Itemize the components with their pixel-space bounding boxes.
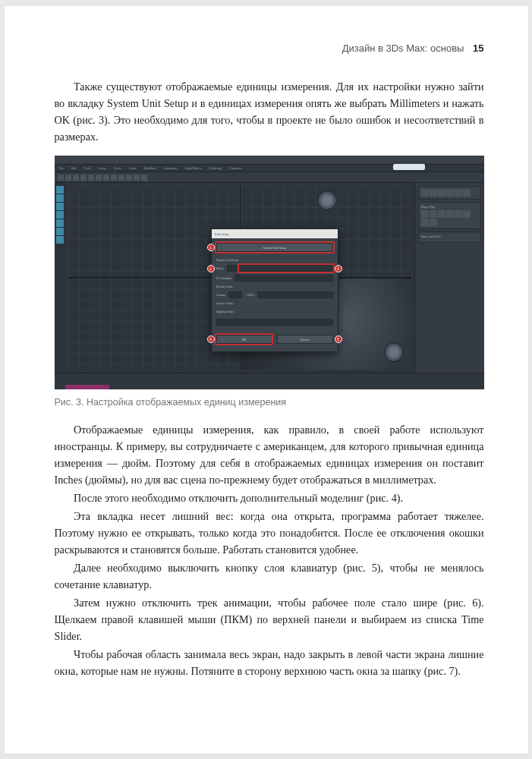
menu-item: Customize <box>229 166 242 170</box>
paragraph-7: Чтобы рабочая область занимала весь экра… <box>55 646 484 679</box>
paragraph-1: Также существуют отображаемые единицы из… <box>55 78 484 145</box>
toolbar-icon <box>73 175 79 181</box>
radio-metric: Metric <box>216 266 225 270</box>
system-unit-setup-button: System Unit Setup <box>216 243 333 252</box>
lighting-dropdown <box>216 319 333 326</box>
running-header: Дизайн в 3Ds Max: основы 15 <box>55 43 484 54</box>
object-button <box>430 219 437 226</box>
app-workspace: Units Setup 1 System Unit Setup Display … <box>55 183 484 373</box>
toolbar-icon <box>88 175 94 181</box>
panel-tab-icon <box>438 189 445 197</box>
object-button <box>438 210 445 218</box>
chapter-title: Дизайн в 3Ds Max: основы <box>342 43 464 54</box>
tool-icon <box>56 203 64 210</box>
maxscript-bar <box>65 385 109 389</box>
menu-item: Tools <box>83 166 90 170</box>
object-button <box>421 219 429 226</box>
screenshot-3dsmax: File Edit Tools Group Views Create Modif… <box>55 156 484 389</box>
tool-icon <box>56 219 64 227</box>
cancel-button: Cancel <box>277 335 333 344</box>
panel-tab-icon <box>430 189 437 197</box>
dialog-title: Units Setup <box>215 232 229 236</box>
object-button <box>446 210 454 218</box>
search-box <box>393 164 425 170</box>
radio-us: US Standard <box>216 276 231 280</box>
menu-item: Edit <box>71 166 77 170</box>
panel-tab-icon <box>421 189 429 197</box>
object-button <box>421 210 429 218</box>
viewports: Units Setup 1 System Unit Setup Display … <box>65 183 414 373</box>
custom-eq: = 660.0 <box>245 293 254 297</box>
toolbar-icon <box>141 175 147 181</box>
radio-generic: Generic Units <box>216 301 333 305</box>
ok-button: OK <box>216 335 272 344</box>
viewcube-icon <box>384 342 404 362</box>
toolbar-icon <box>103 175 109 181</box>
app-toolbar <box>55 172 484 183</box>
tool-icon <box>56 186 64 194</box>
paragraph-5: Далее необходимо выключить кнопку слоя к… <box>55 559 484 593</box>
figure-3: File Edit Tools Group Views Create Modif… <box>55 156 484 408</box>
paragraph-3: После этого необходимо отключить дополни… <box>55 490 484 506</box>
dialog-titlebar: Units Setup <box>212 229 338 238</box>
viewcube-icon <box>317 191 337 210</box>
left-toolbar <box>55 183 65 373</box>
toolbar-icon <box>118 175 124 181</box>
object-button <box>455 210 462 218</box>
tool-icon <box>56 211 64 219</box>
toolbar-icon <box>134 175 140 181</box>
object-button <box>463 210 471 218</box>
callout-3: 3 <box>335 265 342 272</box>
toolbar-icon <box>65 175 71 181</box>
panel-tab-icon <box>446 189 454 197</box>
paragraph-6: Затем нужно отключить трек анимации, что… <box>55 594 484 644</box>
callout-1: 1 <box>207 244 215 251</box>
panel-section-label: Object Type <box>421 205 478 209</box>
lighting-label: Lighting Units <box>216 310 333 313</box>
menu-item: Views <box>113 166 121 170</box>
panel-tab-icon <box>463 189 471 197</box>
menu-item: Modifiers <box>144 166 156 170</box>
page-number: 15 <box>473 43 483 54</box>
menu-item: Rendering <box>209 166 222 170</box>
panel-tab-icon <box>455 189 462 197</box>
menu-item: Graph Editors <box>184 166 202 170</box>
status-bar <box>55 373 484 389</box>
toolbar-icon <box>126 175 132 181</box>
toolbar-icon <box>111 175 117 181</box>
menu-item: Animation <box>164 166 177 170</box>
default-units-label: Default Units: <box>216 285 333 288</box>
metric-dropdown <box>227 265 332 272</box>
object-button <box>430 210 437 218</box>
menu-item: File <box>59 166 64 170</box>
menu-item: Group <box>98 166 105 170</box>
units-setup-dialog: Units Setup 1 System Unit Setup Display … <box>211 228 338 352</box>
page: Дизайн в 3Ds Max: основы 15 Также сущест… <box>5 6 528 754</box>
figure-caption: Рис. 3. Настройка отображаемых единиц из… <box>55 397 484 408</box>
tool-icon <box>56 228 64 235</box>
tool-icon <box>56 236 64 244</box>
us-dropdown <box>235 275 333 282</box>
command-panel: Object Type Name and Color <box>414 183 484 373</box>
tool-icon <box>56 194 64 202</box>
panel-section-label: Name and Color <box>421 235 478 238</box>
custom-unit-dropdown <box>257 291 332 298</box>
toolbar-icon <box>58 175 64 181</box>
callout-5: 5 <box>335 335 342 343</box>
callout-4: 4 <box>207 335 215 343</box>
paragraph-2: Отображаемые единицы измерения, как прав… <box>55 421 484 488</box>
radio-custom: Custom <box>216 293 225 297</box>
toolbar-icon <box>96 175 102 181</box>
group-label: Display Unit Scale <box>216 258 333 262</box>
paragraph-4: Эта вкладка несет лишний вес: когда она … <box>55 508 484 558</box>
menu-item: Create <box>128 166 136 170</box>
custom-field <box>228 291 242 298</box>
callout-2: 2 <box>207 265 215 272</box>
toolbar-icon <box>80 175 87 181</box>
